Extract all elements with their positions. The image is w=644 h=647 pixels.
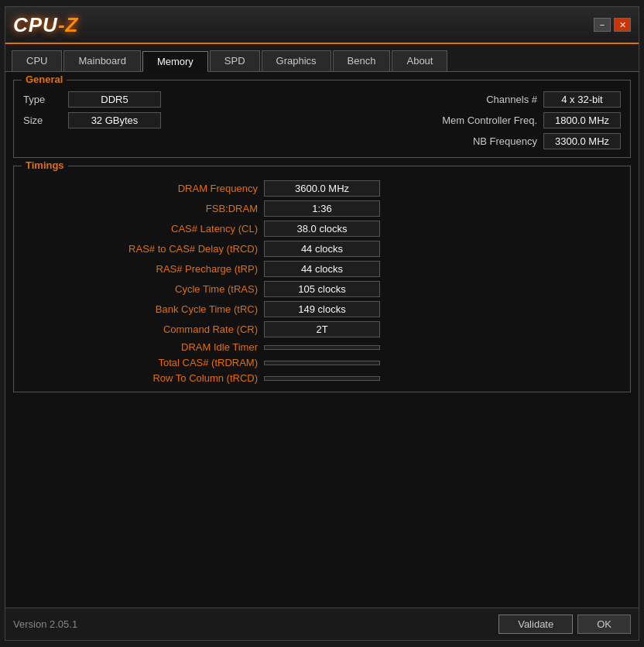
logo-text-cpu: CPU bbox=[13, 13, 58, 36]
timing-row: Total CAS# (tRDRAM) bbox=[23, 357, 621, 368]
ok-button[interactable]: OK bbox=[577, 614, 631, 634]
timings-grid: DRAM Frequency 3600.0 MHz FSB:DRAM 1:36 … bbox=[23, 180, 621, 384]
timing-row: Cycle Time (tRAS) 105 clocks bbox=[23, 281, 621, 297]
size-label: Size bbox=[23, 115, 62, 126]
size-row: Size 32 GBytes bbox=[23, 112, 314, 128]
timing-label-8: DRAM Idle Timer bbox=[23, 341, 258, 353]
type-label: Type bbox=[23, 94, 62, 105]
mem-ctrl-value: 1800.0 MHz bbox=[543, 112, 621, 128]
timing-value-6: 149 clocks bbox=[264, 301, 380, 317]
nb-freq-row: NB Frequency 3300.0 MHz bbox=[330, 133, 621, 149]
type-row: Type DDR5 bbox=[23, 91, 314, 108]
tab-spd[interactable]: SPD bbox=[210, 50, 260, 71]
tab-bench[interactable]: Bench bbox=[333, 50, 391, 71]
timing-value-1: 1:36 bbox=[264, 200, 380, 217]
general-label: General bbox=[22, 74, 67, 85]
timing-row: Command Rate (CR) 2T bbox=[23, 321, 621, 337]
timing-value-0: 3600.0 MHz bbox=[264, 180, 380, 197]
general-left: Type DDR5 Size 32 GBytes bbox=[23, 91, 314, 149]
tab-graphics[interactable]: Graphics bbox=[262, 50, 331, 71]
nb-freq-value: 3300.0 MHz bbox=[543, 133, 621, 149]
timing-row: DRAM Idle Timer bbox=[23, 341, 621, 353]
timing-row: RAS# Precharge (tRP) 44 clocks bbox=[23, 261, 621, 277]
timing-value-5: 105 clocks bbox=[264, 281, 380, 297]
timing-label-5: Cycle Time (tRAS) bbox=[23, 283, 258, 295]
timing-row: Bank Cycle Time (tRC) 149 clocks bbox=[23, 301, 621, 317]
minimize-button[interactable]: − bbox=[594, 18, 611, 32]
content-area: General Type DDR5 Size 32 GBytes bbox=[5, 72, 639, 608]
timing-label-6: Bank Cycle Time (tRC) bbox=[23, 303, 258, 315]
tab-bar: CPU Mainboard Memory SPD Graphics Bench … bbox=[5, 44, 639, 72]
timing-value-3: 44 clocks bbox=[264, 241, 380, 257]
tab-about[interactable]: About bbox=[392, 50, 447, 71]
timing-label-9: Total CAS# (tRDRAM) bbox=[23, 357, 258, 368]
channels-value: 4 x 32-bit bbox=[543, 91, 621, 108]
validate-button[interactable]: Validate bbox=[498, 614, 573, 634]
timing-label-0: DRAM Frequency bbox=[23, 183, 258, 194]
general-right: Channels # 4 x 32-bit Mem Controller Fre… bbox=[330, 91, 621, 149]
timing-value-8 bbox=[264, 345, 380, 350]
type-value: DDR5 bbox=[68, 91, 161, 108]
timing-row: Row To Column (tRCD) bbox=[23, 372, 621, 384]
tab-memory[interactable]: Memory bbox=[142, 51, 208, 72]
timing-row: DRAM Frequency 3600.0 MHz bbox=[23, 180, 621, 197]
timings-label: Timings bbox=[22, 159, 68, 171]
timing-value-2: 38.0 clocks bbox=[264, 221, 380, 237]
close-button[interactable]: ✕ bbox=[614, 18, 631, 32]
app-window: CPU-Z − ✕ CPU Mainboard Memory SPD Graph… bbox=[5, 6, 639, 641]
footer: Version 2.05.1 Validate OK bbox=[5, 608, 639, 640]
mem-ctrl-label: Mem Controller Freq. bbox=[330, 115, 537, 126]
tab-cpu[interactable]: CPU bbox=[12, 50, 62, 71]
mem-ctrl-row: Mem Controller Freq. 1800.0 MHz bbox=[330, 112, 621, 128]
version-text: Version 2.05.1 bbox=[13, 618, 77, 630]
nb-freq-label: NB Frequency bbox=[330, 135, 537, 147]
title-controls: − ✕ bbox=[594, 18, 631, 32]
footer-buttons: Validate OK bbox=[498, 614, 631, 634]
timing-row: RAS# to CAS# Delay (tRCD) 44 clocks bbox=[23, 241, 621, 257]
app-logo: CPU-Z bbox=[13, 13, 78, 37]
channels-row: Channels # 4 x 32-bit bbox=[330, 91, 621, 108]
size-value: 32 GBytes bbox=[68, 112, 161, 128]
timing-value-9 bbox=[264, 361, 380, 365]
timing-row: CAS# Latency (CL) 38.0 clocks bbox=[23, 221, 621, 237]
logo-text-z: -Z bbox=[58, 13, 79, 36]
general-grid: Type DDR5 Size 32 GBytes Channels # 4 x … bbox=[23, 91, 621, 149]
general-section: General Type DDR5 Size 32 GBytes bbox=[13, 80, 631, 158]
timing-label-7: Command Rate (CR) bbox=[23, 324, 258, 335]
title-bar: CPU-Z − ✕ bbox=[5, 7, 639, 44]
tab-mainboard[interactable]: Mainboard bbox=[63, 50, 140, 71]
timing-row: FSB:DRAM 1:36 bbox=[23, 200, 621, 217]
timing-value-7: 2T bbox=[264, 321, 380, 337]
timing-label-4: RAS# Precharge (tRP) bbox=[23, 263, 258, 275]
timing-label-10: Row To Column (tRCD) bbox=[23, 372, 258, 384]
timing-label-3: RAS# to CAS# Delay (tRCD) bbox=[23, 243, 258, 255]
timing-value-10 bbox=[264, 376, 380, 381]
timing-label-2: CAS# Latency (CL) bbox=[23, 223, 258, 234]
timing-label-1: FSB:DRAM bbox=[23, 203, 258, 214]
channels-label: Channels # bbox=[330, 94, 537, 105]
timing-value-4: 44 clocks bbox=[264, 261, 380, 277]
timings-section: Timings DRAM Frequency 3600.0 MHz FSB:DR… bbox=[13, 166, 631, 392]
